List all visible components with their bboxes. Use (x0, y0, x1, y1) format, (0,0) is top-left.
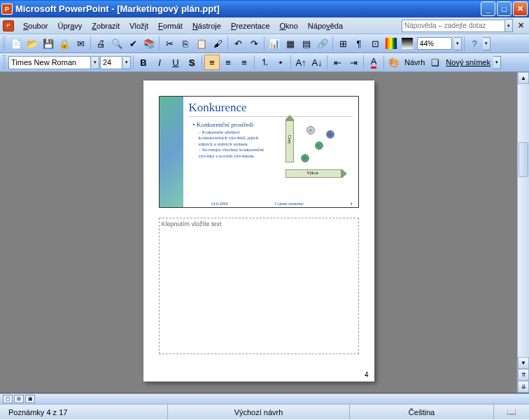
slide-title: Konkurence (189, 101, 353, 117)
status-slide: Poznámky 4 z 17 (0, 405, 168, 419)
table-icon[interactable]: ▦ (283, 36, 298, 51)
next-slide-button[interactable]: ⇊ (518, 381, 529, 393)
format-options[interactable]: ▾ (493, 56, 501, 69)
font-name-input[interactable] (8, 56, 91, 69)
slide-thumbnail[interactable]: Konkurence • Konkurenční prostředí – Pos… (159, 96, 359, 208)
view-bar: ▢ ⊞ ▣ (0, 393, 529, 405)
size-dropdown[interactable]: ▾ (123, 56, 131, 69)
design-label[interactable]: Návrh (402, 58, 427, 66)
bullet-level2: – Poskytněte přehled konkurenčních výrob… (199, 130, 265, 147)
color-icon[interactable] (383, 36, 399, 51)
italic-button[interactable]: I (152, 55, 167, 70)
toolbar-grip[interactable] (3, 36, 6, 50)
doc-icon[interactable]: P (3, 20, 14, 31)
zoom-input[interactable] (417, 37, 452, 50)
close-button[interactable]: ✕ (513, 1, 528, 16)
menu-soubor[interactable]: Soubor (18, 20, 52, 32)
zoom-dropdown[interactable]: ▾ (454, 37, 462, 50)
grayscale-icon[interactable] (400, 36, 415, 51)
save-icon[interactable]: 💾 (41, 36, 56, 51)
print-icon[interactable]: 🖨 (93, 36, 108, 51)
undo-icon[interactable]: ↶ (230, 36, 246, 51)
toolbar-grip[interactable] (3, 55, 6, 69)
paste-icon[interactable]: 📋 (194, 36, 209, 51)
menu-napoveda[interactable]: Nápověda (303, 20, 348, 32)
new-slide-label[interactable]: Nový snímek (444, 58, 493, 66)
align-left-button[interactable]: ≡ (204, 55, 220, 70)
menu-vlozit[interactable]: Vložit (125, 20, 153, 32)
page-number: 4 (365, 371, 369, 379)
research-icon[interactable]: 📚 (141, 36, 157, 51)
menu-format[interactable]: Formát (153, 20, 188, 32)
standard-toolbar: 📄 📂 💾 🔒 ✉ 🖨 🔍 ✔ 📚 ✂ ⎘ 📋 🖌 ↶ ↷ 📊 ▦ ▤ 🔗 ⊞ … (0, 34, 529, 53)
slideshow-button[interactable]: ▣ (25, 395, 35, 403)
toolbar-options[interactable]: ▾ (483, 37, 491, 50)
new-icon[interactable]: 📄 (8, 36, 24, 51)
design-button[interactable]: 🎨 (386, 55, 402, 70)
permission-icon[interactable]: 🔒 (57, 36, 72, 51)
workspace: Konkurence • Konkurenční prostředí – Pos… (0, 72, 529, 393)
prev-slide-button[interactable]: ⇈ (518, 369, 529, 381)
status-spell-icon[interactable]: 📖 (494, 405, 529, 419)
minimize-button[interactable]: _ (481, 1, 495, 16)
scroll-thumb[interactable] (519, 142, 528, 177)
help-icon[interactable]: ? (467, 36, 482, 51)
sorter-view-button[interactable]: ⊞ (14, 395, 24, 403)
cut-icon[interactable]: ✂ (162, 36, 177, 51)
menu-nastroje[interactable]: Nástroje (188, 20, 226, 32)
bold-button[interactable]: B (136, 55, 151, 70)
tables-borders-icon[interactable]: ▤ (299, 36, 314, 51)
notes-placeholder[interactable]: Klepnutím vložíte text (159, 218, 359, 354)
expand-icon[interactable]: ⊞ (335, 36, 351, 51)
copy-icon[interactable]: ⎘ (178, 36, 193, 51)
numbered-list-button[interactable]: ⒈ (257, 55, 272, 70)
menu-upravy[interactable]: Úpravy (52, 20, 87, 32)
scroll-down-button[interactable]: ▼ (518, 357, 529, 369)
font-dropdown[interactable]: ▾ (92, 56, 99, 69)
shadow-button[interactable]: S (184, 55, 199, 70)
align-center-button[interactable]: ≡ (220, 55, 236, 70)
open-icon[interactable]: 📂 (24, 36, 40, 51)
show-format-icon[interactable]: ¶ (351, 36, 367, 51)
menu-zobrazit[interactable]: Zobrazit (87, 20, 125, 32)
app-icon: P (1, 4, 13, 15)
bullet-list-button[interactable]: • (273, 55, 288, 70)
hyperlink-icon[interactable]: 🔗 (315, 36, 330, 51)
slide-decoration (160, 97, 183, 207)
spell-icon[interactable]: ✔ (125, 36, 141, 51)
titlebar: P Microsoft PowerPoint - [Marketingový p… (0, 0, 529, 18)
doc-close-button[interactable]: ✕ (516, 21, 526, 30)
status-lang[interactable]: Čeština (350, 405, 494, 419)
window-title: Microsoft PowerPoint - [Marketingový plá… (15, 4, 481, 14)
new-slide-button[interactable]: ❏ (428, 55, 443, 70)
maximize-button[interactable]: □ (497, 1, 512, 16)
underline-button[interactable]: U (168, 55, 183, 70)
format-painter-icon[interactable]: 🖌 (210, 36, 225, 51)
normal-view-button[interactable]: ▢ (3, 395, 13, 403)
font-color-button[interactable]: A (366, 55, 381, 70)
bullet-level2: – Srovnejte všechny konkurenční výrobky … (199, 147, 265, 159)
increase-font-button[interactable]: A↑ (293, 55, 309, 70)
increase-indent-button[interactable]: ⇥ (346, 55, 361, 70)
align-right-button[interactable]: ≡ (237, 55, 252, 70)
grid-icon[interactable]: ⊡ (367, 36, 383, 51)
notes-page[interactable]: Konkurence • Konkurenční prostředí – Pos… (143, 80, 374, 382)
help-search-input[interactable] (402, 20, 505, 32)
statusbar: Poznámky 4 z 17 Výchozí návrh Čeština 📖 (0, 405, 529, 419)
status-design: Výchozí návrh (168, 405, 350, 419)
slide-footer: 14.6.2004Cojsme nezneme4 (211, 202, 353, 206)
decrease-indent-button[interactable]: ⇤ (330, 55, 345, 70)
menu-prezentace[interactable]: Prezentace (226, 20, 275, 32)
decrease-font-button[interactable]: A↓ (309, 55, 325, 70)
slide-chart: Ceny A B C D Výkon (271, 120, 348, 183)
scroll-up-button[interactable]: ▲ (518, 72, 529, 84)
menu-okno[interactable]: Okno (275, 20, 303, 32)
redo-icon[interactable]: ↷ (246, 36, 262, 51)
vertical-scrollbar[interactable]: ▲ ▼ ⇈ ⇊ (517, 72, 529, 393)
preview-icon[interactable]: 🔍 (109, 36, 125, 51)
format-toolbar: ▾ ▾ B I U S ≡ ≡ ≡ ⒈ • A↑ A↓ ⇤ ⇥ A 🎨 Návr… (0, 53, 529, 72)
chart-icon[interactable]: 📊 (267, 36, 282, 51)
email-icon[interactable]: ✉ (73, 36, 88, 51)
font-size-input[interactable] (100, 56, 122, 69)
help-dropdown[interactable]: ▾ (505, 19, 513, 32)
